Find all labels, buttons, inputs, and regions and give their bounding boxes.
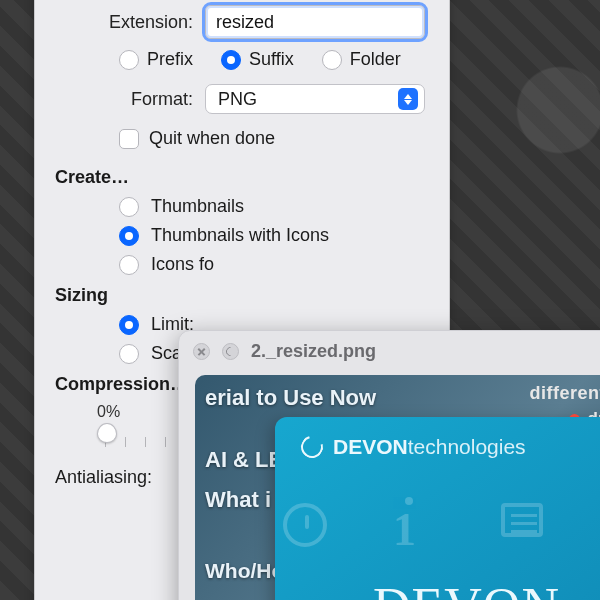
radio-icon — [119, 344, 139, 364]
radio-icon — [119, 50, 139, 70]
radio-icon — [322, 50, 342, 70]
under-text: erial to Use Now — [205, 385, 376, 411]
create-thumbnails-icons[interactable]: Thumbnails with Icons — [119, 225, 429, 246]
preview-filename: 2._resized.png — [251, 341, 376, 362]
preview-titlebar[interactable]: 2._resized.png — [179, 331, 600, 371]
radio-label: Thumbnails — [151, 196, 244, 217]
under-text: AI & LE — [205, 447, 283, 473]
close-icon[interactable] — [193, 343, 210, 360]
name-mode-group: Prefix Suffix Folder — [119, 49, 429, 70]
under-right-text: different n — [530, 383, 601, 404]
devon-logo-icon — [297, 432, 327, 462]
name-mode-prefix[interactable]: Prefix — [119, 49, 193, 70]
extension-row: Extension: — [55, 5, 429, 39]
create-thumbnails[interactable]: Thumbnails — [119, 196, 429, 217]
sizing-heading: Sizing — [55, 285, 429, 306]
format-value: PNG — [218, 89, 257, 110]
under-text: What i — [205, 487, 271, 513]
extension-label: Extension: — [55, 12, 205, 33]
preview-window: 2._resized.png erial to Use Now AI & LE … — [178, 330, 600, 600]
quit-label: Quit when done — [149, 128, 275, 149]
radio-label: Suffix — [249, 49, 294, 70]
format-label: Format: — [55, 89, 205, 110]
radio-label: Thumbnails with Icons — [151, 225, 329, 246]
updown-icon — [398, 88, 418, 110]
radio-label: Prefix — [147, 49, 193, 70]
info-ghost-icon: 1 — [393, 503, 416, 556]
minimize-icon[interactable] — [222, 343, 239, 360]
brand-strong: DEVON — [333, 435, 408, 458]
brand-light: technologies — [408, 435, 526, 458]
list-ghost-icon — [501, 503, 543, 537]
radio-icon — [221, 50, 241, 70]
radio-icon — [119, 226, 139, 246]
radio-icon — [119, 315, 139, 335]
clock-ghost-icon — [283, 503, 327, 547]
create-heading: Create — [55, 167, 429, 188]
extension-input[interactable] — [205, 5, 425, 39]
radio-label: Folder — [350, 49, 401, 70]
format-select[interactable]: PNG — [205, 84, 425, 114]
quit-row: Quit when done — [119, 128, 429, 149]
name-mode-suffix[interactable]: Suffix — [221, 49, 294, 70]
radio-icon — [119, 255, 139, 275]
quit-checkbox[interactable] — [119, 129, 139, 149]
format-row: Format: PNG — [55, 84, 429, 114]
antialiasing-label: Antialiasing: — [55, 467, 152, 488]
under-text: Who/Ho — [205, 559, 284, 583]
brand-row: DEVONtechnologies — [301, 435, 526, 459]
create-options: Thumbnails Thumbnails with Icons Icons f… — [55, 196, 429, 275]
create-icons-only[interactable]: Icons fo — [119, 254, 429, 275]
radio-label: Icons fo — [151, 254, 214, 275]
slider-thumb-icon — [97, 423, 117, 443]
radio-icon — [119, 197, 139, 217]
name-mode-folder[interactable]: Folder — [322, 49, 401, 70]
overlay-card: DEVONtechnologies 1 DEVON — [275, 417, 600, 600]
preview-body: erial to Use Now AI & LE What i Who/Ho d… — [195, 375, 600, 600]
overlay-big-text: DEVON — [373, 577, 560, 600]
